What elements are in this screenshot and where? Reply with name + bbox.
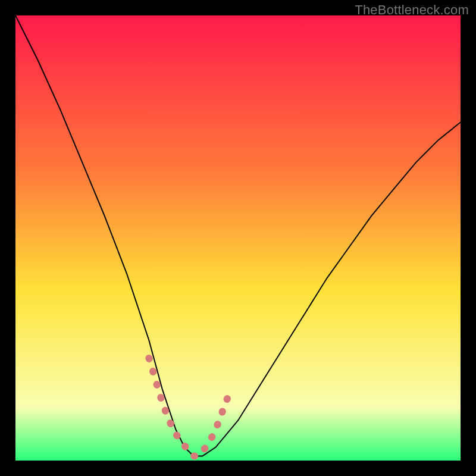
bottleneck-plot [0,0,476,476]
plot-background [15,15,461,461]
watermark-text: TheBottleneck.com [355,2,469,18]
chart-stage: TheBottleneck.com [0,0,476,476]
